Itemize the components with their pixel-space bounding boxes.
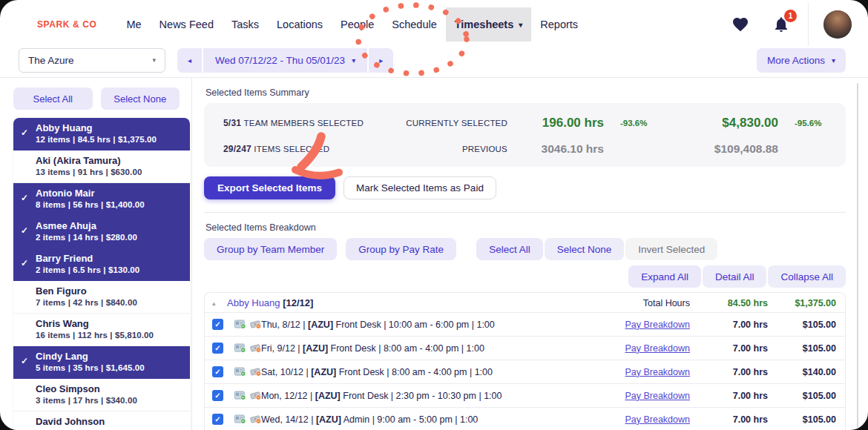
entry-details: Admin | 9:00 am - 5:00 pm | 1:00 — [343, 414, 479, 425]
location-select[interactable]: The Azure ▾ — [19, 48, 165, 73]
nav-item-label: Timesheets — [455, 19, 514, 30]
entry-amount: $105.00 — [768, 343, 836, 354]
entry-hours: 7.00 hrs — [690, 391, 768, 401]
team-member-list-item[interactable]: ✓ Asmee Ahuja 2 items | 14 hrs | $280.00 — [13, 216, 190, 248]
nav-item[interactable]: Tasks — [223, 7, 268, 42]
favorites-heart-icon[interactable] — [731, 16, 750, 33]
expand-controls-row: Expand All Detail All Collapse All — [204, 265, 846, 288]
detail-all-button[interactable]: Detail All — [703, 265, 767, 288]
team-members-label: TEAM MEMBERS SELECTED — [244, 119, 364, 128]
prev-period-button[interactable]: ◂ — [177, 48, 202, 73]
previous-label: PREVIOUS — [406, 145, 507, 153]
member-stats: 5 items | 35 hrs | $1,645.00 — [36, 363, 184, 374]
brand-logo: SPARK & CO — [37, 19, 96, 30]
member-name: Barry Friend — [36, 252, 184, 265]
team-member-list-item[interactable]: ✓ Chris Wang 16 items | 112 hrs | $5,810… — [13, 314, 190, 346]
invert-selected-button[interactable]: Invert Selected — [625, 238, 717, 260]
member-name: Chris Wang — [36, 317, 184, 330]
export-selected-items-button[interactable]: Export Selected Items — [204, 176, 335, 199]
sidebar-select-all-button[interactable]: Select All — [13, 87, 93, 110]
nav-item[interactable]: Locations — [268, 7, 332, 42]
group-total-hours: 84.50 hrs — [690, 298, 768, 308]
expand-all-button[interactable]: Expand All — [628, 265, 701, 288]
collapse-all-button[interactable]: Collapse All — [768, 265, 846, 288]
money-unpaid-icon — [250, 343, 262, 353]
team-member-list-item[interactable]: ✓ Cleo Simpson 3 items | 17 hrs | $340.0… — [13, 379, 190, 411]
pay-breakdown-link[interactable]: Pay Breakdown — [625, 343, 690, 354]
items-selected: 29/247 ITEMS SELECTED — [223, 144, 406, 154]
date-range-button[interactable]: Wed 07/12/22 - Thu 05/01/23 ▾ — [203, 48, 367, 73]
money-unpaid-icon — [250, 320, 262, 329]
currently-selected-label: CURRENTLY SELECTED — [406, 119, 507, 128]
pay-breakdown-link[interactable]: Pay Breakdown — [625, 391, 690, 401]
member-stats: 2 items | 6.5 hrs | $130.00 — [36, 265, 184, 276]
shift-card-icon — [234, 320, 246, 329]
shift-card-icon — [234, 414, 246, 424]
nav-item-label: Locations — [277, 19, 323, 30]
team-member-list-item[interactable]: ✓ Cindy Lang 5 items | 35 hrs | $1,645.0… — [13, 346, 190, 379]
more-actions-button[interactable]: More Actions ▾ — [757, 48, 846, 73]
check-icon: ✓ — [214, 320, 220, 328]
pay-breakdown-link[interactable]: Pay Breakdown — [625, 414, 690, 425]
previous-hours-value: 3046.10 hrs — [507, 142, 604, 156]
navbar-divider — [808, 3, 809, 46]
nav-item[interactable]: Me — [117, 7, 150, 42]
shift-card-icon — [234, 367, 246, 377]
pay-breakdown-link[interactable]: Pay Breakdown — [625, 320, 690, 330]
check-icon: ✓ — [21, 225, 28, 236]
user-avatar[interactable] — [823, 10, 852, 39]
pay-breakdown-link[interactable]: Pay Breakdown — [625, 367, 690, 377]
timesheets-main-panel: Selected Items Summary 5/31 TEAM MEMBERS… — [192, 78, 868, 430]
group-by-pay-rate-button[interactable]: Group by Pay Rate — [346, 238, 456, 260]
team-member-list-item[interactable]: ✓ Antonio Mair 8 items | 56 hrs | $1,400… — [13, 183, 190, 216]
summary-actions: Export Selected Items Mark Selected Item… — [204, 176, 846, 199]
notifications-bell-icon[interactable]: 1 — [772, 16, 790, 33]
row-checkbox[interactable]: ✓ — [212, 414, 223, 425]
chevron-down-icon: ▾ — [352, 56, 355, 64]
row-status-icons — [227, 320, 261, 329]
nav-item-label: Reports — [540, 19, 578, 30]
group-member-link[interactable]: Abby Huang — [227, 297, 280, 308]
group-by-team-member-button[interactable]: Group by Team Member — [204, 238, 337, 260]
entry-details: Front Desk | 8:00 am - 4:00 pm | 1:00 — [339, 367, 493, 377]
group-member-name: Abby Huang [12/12] — [227, 297, 594, 308]
breakdown-title: Selected Items Breakdown — [206, 222, 846, 233]
group-total-amount: $1,375.00 — [768, 298, 836, 308]
check-icon: ✓ — [214, 415, 220, 423]
team-member-list-item[interactable]: ✓ David Johnson 14 items | 95.5 hrs | $3… — [13, 411, 190, 430]
row-checkbox[interactable]: ✓ — [212, 343, 223, 354]
breakdown-table: ▴ Abby Huang [12/12] Total Hours 84.50 h… — [204, 292, 846, 430]
notification-badge: 1 — [784, 10, 797, 22]
timesheet-entry-description: Thu, 8/12 | [AZU] Front Desk | 10:00 am … — [261, 320, 594, 330]
sidebar-select-none-button[interactable]: Select None — [101, 87, 180, 110]
member-name: Antonio Mair — [36, 187, 184, 199]
row-checkbox[interactable]: ✓ — [212, 390, 223, 401]
collapse-group-icon[interactable]: ▴ — [212, 300, 227, 307]
next-period-button[interactable]: ▸ — [369, 48, 393, 73]
team-member-list-item[interactable]: ✓ Ben Figuro 7 items | 42 hrs | $840.00 — [13, 281, 190, 314]
row-checkbox[interactable]: ✓ — [212, 366, 223, 377]
vertical-scrollbar[interactable] — [857, 83, 858, 430]
member-name: Cleo Simpson — [36, 383, 184, 395]
nav-item[interactable]: Timesheets ▾ — [446, 7, 532, 42]
nav-item[interactable]: News Feed — [151, 7, 223, 42]
team-member-list: ✓ Abby Huang 12 items | 84.5 hrs | $1,37… — [13, 118, 190, 430]
team-member-list-item[interactable]: ✓ Abby Huang 12 items | 84.5 hrs | $1,37… — [13, 118, 190, 150]
entry-hours: 7.00 hrs — [690, 367, 768, 377]
mark-selected-paid-button[interactable]: Mark Selected Items as Paid — [343, 176, 496, 199]
team-member-list-item[interactable]: ✓ Aki (Akira Tamura) 13 items | 91 hrs |… — [13, 150, 190, 183]
breakdown-select-all-button[interactable]: Select All — [476, 238, 543, 260]
nav-item[interactable]: People — [332, 7, 383, 42]
money-unpaid-icon — [250, 367, 262, 377]
nav-item-label: Me — [126, 19, 141, 30]
entry-location-tag: [AZU] — [315, 391, 341, 401]
member-stats: 2 items | 14 hrs | $280.00 — [36, 232, 184, 243]
team-members-count: 5/31 — [223, 118, 241, 128]
current-hours-delta: -93.6% — [604, 119, 656, 128]
breakdown-select-none-button[interactable]: Select None — [545, 238, 625, 260]
nav-item[interactable]: Schedule — [383, 7, 445, 42]
check-icon: ✓ — [214, 344, 220, 352]
team-member-list-item[interactable]: ✓ Barry Friend 2 items | 6.5 hrs | $130.… — [13, 248, 190, 281]
nav-item[interactable]: Reports — [531, 7, 587, 42]
row-checkbox[interactable]: ✓ — [212, 319, 223, 330]
